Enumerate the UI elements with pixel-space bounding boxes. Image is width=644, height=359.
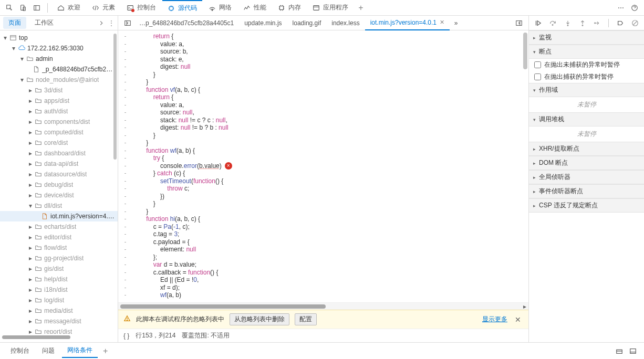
drawer-dock-icon[interactable] [627, 345, 639, 357]
section-callstack[interactable]: ▾调用堆栈 [529, 112, 644, 126]
tab-label: 欢迎 [68, 3, 80, 12]
tree-longfile[interactable]: _p_6488246bd7c5cfb28a… [0, 64, 118, 75]
code-content[interactable]: return { value: a, source: b, stack: e, … [133, 30, 521, 302]
tree-folder[interactable]: ▸auth/dist [0, 106, 118, 117]
tree-vertical-scrollbar[interactable] [113, 30, 117, 334]
drawer-add-icon[interactable]: + [100, 346, 111, 356]
tree-folder[interactable]: ▸editor/dist [0, 232, 118, 242]
tree-origin[interactable]: ▾ 172.22.162.95:3030 [0, 43, 118, 54]
section-breakpoints[interactable]: ▾断点 [529, 45, 644, 59]
tree-folder[interactable]: ▸i18n/dist [0, 284, 118, 295]
tab-performance[interactable]: 性能 [238, 0, 272, 16]
toggle-navigator-icon[interactable] [121, 17, 134, 29]
section-scope[interactable]: ▾作用域 [529, 83, 644, 97]
tree-folder[interactable]: ▸message/dist [0, 316, 118, 326]
tree-folder[interactable]: ▸echarts/dist [0, 221, 118, 232]
tree-folder[interactable]: ▸gg-project/dist [0, 253, 118, 263]
vertical-scrollbar[interactable] [521, 30, 528, 302]
tree-folder[interactable]: ▸flow/dist [0, 242, 118, 253]
drawer-tab-console[interactable]: 控制台 [5, 344, 35, 357]
tree-horizontal-scrollbar[interactable] [2, 335, 116, 340]
file-tab-2[interactable]: loading.gif [287, 16, 327, 30]
scroll-right-icon[interactable]: ▸ [521, 303, 528, 310]
step-into-icon[interactable] [562, 17, 574, 29]
error-marker-icon[interactable]: × [225, 162, 232, 170]
deactivate-breakpoints-icon[interactable] [614, 17, 626, 29]
toggle-debugger-icon[interactable] [513, 17, 525, 29]
tree-admin[interactable]: ▾ admin [0, 54, 118, 64]
tree-folder[interactable]: ▸log/dist [0, 295, 118, 305]
tree-folder[interactable]: ▸computed/dist [0, 127, 118, 138]
pretty-print-icon[interactable]: { } [123, 332, 129, 340]
section-watch[interactable]: ▸监视 [529, 30, 644, 45]
inspect-element-icon[interactable] [3, 2, 16, 14]
section-xhr[interactable]: ▸XHR/提取断点 [529, 142, 644, 156]
device-toggle-icon[interactable] [17, 2, 29, 14]
drawer-tab-netcond[interactable]: 网络条件 [62, 344, 98, 358]
file-tab-4[interactable]: iot.min.js?version=4.0.1 ✕ [365, 16, 450, 30]
tab-memory[interactable]: 内存 [273, 0, 306, 16]
tree-folder[interactable]: ▸report/dist [0, 326, 118, 334]
code-editor[interactable]: ----------------------------------- retu… [118, 30, 528, 302]
tree-folder[interactable]: ▸dashboard/dist [0, 148, 118, 159]
tree-folder[interactable]: ▸components/dist [0, 117, 118, 127]
file-tab-1[interactable]: update.min.js [239, 16, 287, 30]
step-out-icon[interactable] [577, 17, 588, 29]
tab-console[interactable]: 控制台 [121, 0, 161, 16]
step-icon[interactable] [591, 17, 603, 29]
tree-folder[interactable]: ▸apps/dist [0, 96, 118, 106]
remove-from-ignore-button[interactable]: 从忽略列表中删除 [230, 313, 289, 325]
step-over-icon[interactable] [547, 17, 558, 29]
tree-folder[interactable]: ▸core/dist [0, 138, 118, 148]
show-more-link[interactable]: 显示更多 [482, 315, 507, 324]
help-icon[interactable] [628, 2, 641, 14]
editor-status-bar: { } 行153，列214 覆盖范围: 不适用 [118, 329, 528, 342]
tree-folder[interactable]: ▸data-api/dist [0, 159, 118, 169]
close-icon[interactable]: ✕ [440, 19, 444, 26]
tab-sources[interactable]: 源代码 [162, 0, 202, 16]
section-event[interactable]: ▸事件侦听器断点 [529, 184, 644, 198]
folder-icon [35, 139, 42, 146]
tree-folder[interactable]: ▸3d/dist [0, 85, 118, 96]
tree-root[interactable]: ▾ top [0, 33, 118, 43]
add-tab-icon[interactable]: + [355, 2, 367, 14]
configure-button[interactable]: 配置 [295, 313, 317, 325]
dock-side-icon[interactable] [30, 2, 43, 14]
tree-folder[interactable]: ▸debug/dist [0, 180, 118, 190]
tree-file-selected[interactable]: iot.min.js?version=4.0… [0, 211, 118, 221]
tree-folder[interactable]: ▸device/dist [0, 190, 118, 200]
pause-uncaught-checkbox[interactable] [534, 61, 541, 68]
section-dom[interactable]: ▸DOM 断点 [529, 156, 644, 170]
section-global[interactable]: ▸全局侦听器 [529, 170, 644, 184]
file-tab-0[interactable]: …p_6488246bd7c5cfb28a4405c1 [134, 16, 239, 30]
pause-uncaught-row[interactable]: 在抛出未捕获的异常时暂停 [529, 59, 644, 71]
tree-folder[interactable]: ▸help/dist [0, 274, 118, 284]
folder-icon [35, 202, 42, 209]
drawer-expand-icon[interactable] [614, 345, 625, 357]
tree-folder[interactable]: ▾dll/dist [0, 200, 118, 211]
tree-folder[interactable]: ▸gis/dist [0, 263, 118, 274]
resume-icon[interactable] [532, 17, 544, 29]
horizontal-scrollbar[interactable]: ▸ [118, 302, 528, 310]
tab-application[interactable]: 应用程序 [307, 0, 354, 16]
drawer-tab-issues[interactable]: 问题 [37, 344, 60, 357]
tree-folder[interactable]: ▸media/dist [0, 305, 118, 316]
tab-welcome[interactable]: 欢迎 [52, 0, 86, 16]
file-tab-3[interactable]: index.less [326, 16, 365, 30]
more-menu-icon[interactable]: ⋯ [615, 2, 627, 14]
close-warning-icon[interactable]: ✕ [513, 315, 523, 324]
navigator-tab-workspace[interactable]: 工作区 [29, 17, 59, 29]
tree-nodemod[interactable]: ▾ node_modules/@airiot [0, 75, 118, 85]
tabs-overflow-icon[interactable]: » [450, 17, 462, 29]
tab-label: 性能 [254, 3, 266, 12]
chevron-right-icon [98, 19, 105, 27]
pause-caught-row[interactable]: 在抛出捕获的异常时暂停 [529, 71, 644, 83]
section-csp[interactable]: ▸CSP 违反了规定断点 [529, 198, 644, 213]
tab-elements[interactable]: 元素 [87, 0, 120, 16]
navigator-tab-page[interactable]: 页面 [3, 17, 26, 29]
tab-network[interactable]: 网络 [203, 0, 237, 16]
pause-on-exceptions-icon[interactable] [629, 17, 641, 29]
tree-folder[interactable]: ▸datasource/dist [0, 169, 118, 180]
pause-caught-checkbox[interactable] [534, 73, 541, 80]
navigator-more[interactable]: ⋮ [98, 19, 115, 27]
